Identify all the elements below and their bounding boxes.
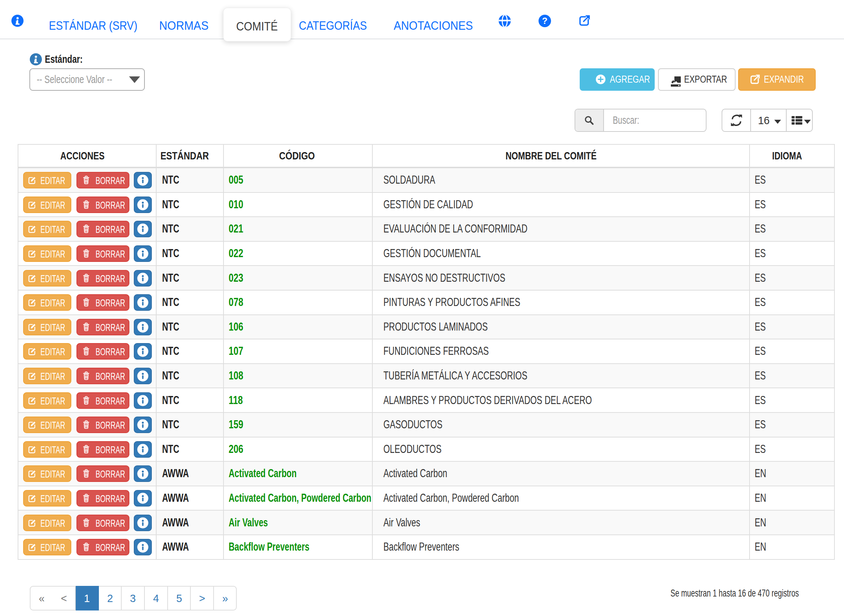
- svg-text:?: ?: [542, 16, 548, 26]
